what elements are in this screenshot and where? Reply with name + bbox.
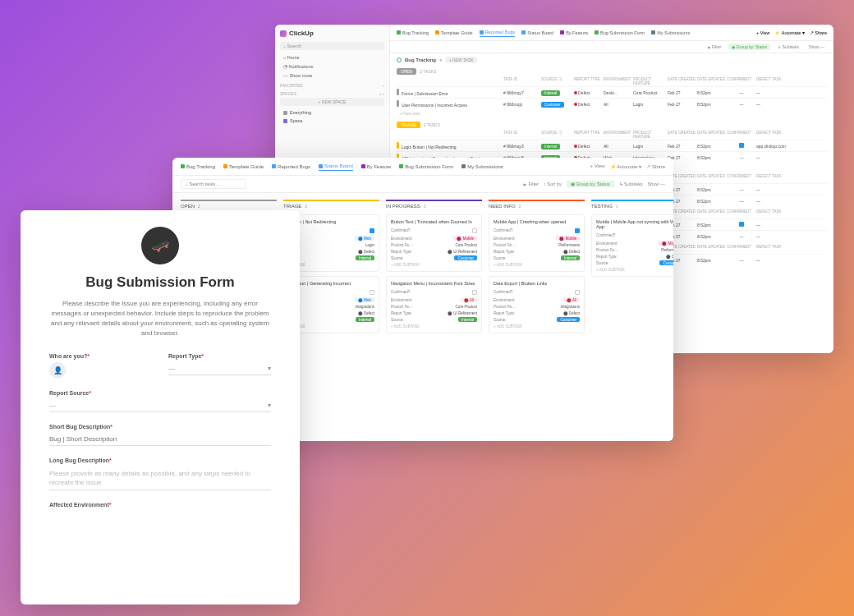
kanban-card[interactable]: Mobile | Mobile App not syncing with Web… [591, 214, 673, 277]
kanban-card[interactable]: Data Export | Broken Links Confirmed?: E… [489, 276, 585, 333]
kanban-column: NEED INFO2 Mobile App | Crashing when op… [489, 200, 585, 338]
long-desc-input[interactable]: Please provide as many details as possib… [49, 467, 271, 490]
tab-status-board[interactable]: Status Board [319, 162, 353, 171]
filter-button[interactable]: ⏶ Filter [522, 182, 539, 186]
who-avatar-picker[interactable]: 👤 [49, 362, 66, 379]
kanban-card[interactable]: Mobile App | Crashing when opened Confir… [489, 214, 585, 272]
kanban-card[interactable]: Button Text | Truncated when Zoomed In C… [386, 214, 482, 272]
sort-button[interactable]: ↕ Sort by [544, 182, 562, 186]
breadcrumb: Bug Tracking ● + NEW TASK [390, 53, 833, 67]
sidebar-search[interactable]: ⌕ Search [280, 42, 384, 50]
space-item[interactable]: Space [280, 117, 384, 125]
favorites-header: FAVORITES› [280, 83, 384, 88]
board-toolbar: ⌕ Search tasks... ⏶ Filter ↕ Sort by ◉ G… [172, 176, 673, 193]
app-logo: ClickUp [280, 30, 384, 37]
nav-notifications[interactable]: ◔ Notifications [280, 62, 384, 71]
new-space-button[interactable]: + NEW SPACE [280, 98, 384, 106]
column-header: IN PROGRESS3 [386, 200, 482, 211]
tab-reported-bugs[interactable]: Reported Bugs [272, 163, 310, 171]
tab-my-submissions[interactable]: My Submissions [651, 29, 690, 37]
bug-form-window: 🛹 Bug Submission Form Please describe th… [21, 210, 300, 605]
task-row[interactable]: Forms | Submission Error# 866mqy7Interna… [397, 86, 827, 98]
form-avatar: 🛹 [141, 227, 179, 264]
spaces-header: SPACES⌕ › [280, 91, 384, 96]
show-button[interactable]: Show ⋯ [648, 182, 665, 186]
short-desc-label: Short Bug Description* [49, 424, 271, 430]
long-desc-label: Long Bug Description* [49, 457, 271, 463]
tab-bug-tracking[interactable]: Bug Tracking [181, 163, 215, 171]
kanban-column: IN PROGRESS3 Button Text | Truncated whe… [386, 200, 482, 338]
group-by-button[interactable]: ◉ Group by: Status [567, 181, 614, 187]
status-group-header[interactable]: TRIAGE2 TASKS [397, 120, 827, 130]
page-title: Bug Tracking [405, 57, 436, 62]
share-button[interactable]: ↗ Share [810, 30, 827, 35]
view-tabs: Bug TrackingTemplate GuideReported BugsS… [172, 158, 673, 176]
column-header: TESTING1 [591, 200, 673, 211]
report-source-select[interactable]: —▾ [49, 399, 271, 412]
nav-home[interactable]: ⌂ Home [280, 53, 384, 62]
env-label: Affected Environment* [49, 502, 271, 508]
nav-show-more[interactable]: ⋯ Show more [280, 71, 384, 80]
status-group: OPEN2 TASKSTASK IDSOURCE ⓘREPORT TYPEENV… [397, 67, 827, 117]
column-header: NEED INFO2 [489, 200, 585, 211]
who-label: Who are you?* [49, 353, 152, 359]
automate-button[interactable]: ⚡ Automate ▾ [610, 163, 642, 169]
add-view-button[interactable]: + View [756, 30, 770, 35]
task-row[interactable]: Login Button | Not Redirecting# 866mqy3I… [397, 140, 827, 151]
short-desc-input[interactable] [49, 433, 271, 446]
tab-bug-submission-form[interactable]: Bug Submission Form [399, 163, 453, 171]
column-header: OPEN2 [181, 200, 277, 211]
status-group-header[interactable]: OPEN2 TASKS [397, 67, 827, 76]
space-item[interactable]: Everything [280, 108, 384, 117]
search-input[interactable]: ⌕ Search tasks... [181, 179, 246, 189]
subtasks-button[interactable]: ↳ Subtasks [619, 182, 643, 186]
show-button[interactable]: Show ⋯ [806, 44, 827, 50]
share-button[interactable]: ↗ Share [646, 163, 665, 169]
column-header: TRIAGE2 [283, 200, 379, 211]
kanban-column: TESTING1 Mobile | Mobile App not syncing… [591, 200, 673, 338]
view-tabs: Bug TrackingTemplate GuideReported BugsS… [390, 25, 833, 41]
tab-my-submissions[interactable]: My Submissions [461, 163, 503, 171]
form-description: Please describe the issue you are experi… [49, 299, 271, 338]
form-title: Bug Submission Form [49, 274, 271, 291]
tab-status-board[interactable]: Status Board [521, 29, 553, 37]
kanban-card[interactable]: Navigation Menu | Inconsistent Font Size… [386, 276, 482, 333]
space-icon [397, 57, 402, 62]
tab-reported-bugs[interactable]: Reported Bugs [480, 28, 516, 37]
filter-button[interactable]: ⏶ Filter [705, 44, 724, 50]
list-toolbar: ⏶ Filter ◉ Group by: Status ↳ Subtasks S… [390, 41, 833, 53]
add-view-button[interactable]: + View [590, 163, 605, 169]
tab-by-feature[interactable]: By Feature [560, 29, 588, 37]
subtasks-button[interactable]: ↳ Subtasks [775, 44, 801, 50]
tab-bug-submission-form[interactable]: Bug Submission Form [595, 29, 645, 37]
tab-template-guide[interactable]: Template Guide [223, 163, 264, 171]
report-type-select[interactable]: —▾ [168, 362, 271, 375]
automate-button[interactable]: ⚡ Automate ▾ [774, 30, 804, 35]
report-type-label: Report Type* [168, 353, 271, 359]
report-source-label: Report Source* [49, 390, 271, 396]
task-row[interactable]: User Permissions | Incorrect Access# 866… [397, 98, 827, 109]
logo-icon [280, 30, 287, 37]
group-by-button[interactable]: ◉ Group by: Status [728, 44, 770, 50]
new-task-row[interactable]: + New task [397, 109, 827, 117]
tab-template-guide[interactable]: Template Guide [435, 29, 473, 37]
tab-bug-tracking[interactable]: Bug Tracking [397, 29, 429, 37]
new-task-button[interactable]: + NEW TASK [446, 57, 477, 63]
tab-by-feature[interactable]: By Feature [361, 163, 391, 171]
